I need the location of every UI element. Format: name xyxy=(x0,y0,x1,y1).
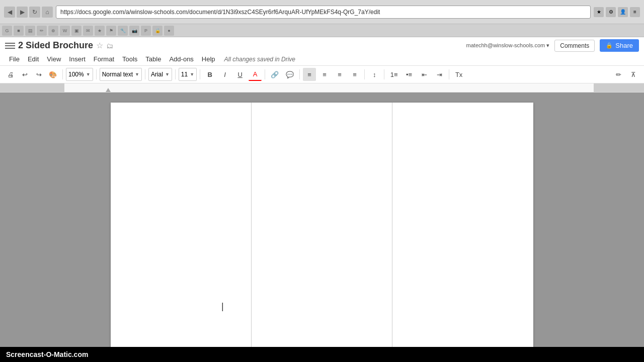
star-icon[interactable]: ☆ xyxy=(96,41,103,50)
comments-button[interactable]: Comments xyxy=(554,40,595,52)
toolbar-file-group: 🖨 ↩ ↪ 🎨 xyxy=(4,68,59,81)
ext-icon-2: ■ xyxy=(14,26,24,36)
menu-file[interactable]: File xyxy=(5,54,24,64)
doc-area[interactable]: | xyxy=(0,93,644,362)
text-cursor: | xyxy=(221,301,224,312)
brochure-col-3[interactable] xyxy=(392,103,533,352)
title-right: matechh@winslow-schools.com ▾ Comments 🔒… xyxy=(466,39,639,52)
user-email[interactable]: matechh@winslow-schools.com ▾ xyxy=(466,42,550,49)
zoom-value: 100% xyxy=(68,71,84,78)
align-left-button[interactable]: ≡ xyxy=(303,68,316,81)
ext-icon-6: W xyxy=(60,26,70,36)
font-arrow: ▼ xyxy=(165,72,170,77)
style-select[interactable]: Normal text ▼ xyxy=(100,68,142,81)
paper: | xyxy=(111,103,533,352)
screencast-bar: Screencast-O-Matic.com xyxy=(0,347,644,362)
menu-bar: File Edit View Insert Format Tools Table… xyxy=(5,53,639,65)
browser-bar: ◀ ▶ ↻ ⌂ https://docs.google.com/a/winslo… xyxy=(0,0,644,24)
paint-format-button[interactable]: 🎨 xyxy=(46,68,59,81)
ext-icon-1: G xyxy=(2,26,12,36)
ext-icon-15: ● xyxy=(164,26,174,36)
brochure-col-1[interactable] xyxy=(111,103,252,352)
align-center-button[interactable]: ≡ xyxy=(318,68,331,81)
toolbar-sep-6 xyxy=(265,69,265,79)
bold-button[interactable]: B xyxy=(203,68,216,81)
font-select[interactable]: Arial ▼ xyxy=(148,68,172,81)
share-label: Share xyxy=(615,42,633,49)
gdocs-container: 2 Sided Brochure ☆ 🗂 matechh@winslow-sch… xyxy=(0,37,644,362)
extensions-icon[interactable]: ⚙ xyxy=(606,7,616,17)
home-button[interactable]: ⌂ xyxy=(42,7,53,18)
ext-icon-11: 🔧 xyxy=(118,26,128,36)
edit-mode-button[interactable]: ✏ xyxy=(612,68,625,81)
toolbar-sep-9 xyxy=(384,69,384,79)
size-arrow: ▼ xyxy=(190,72,194,77)
menu-table[interactable]: Table xyxy=(141,54,165,64)
ext-icon-3: ▤ xyxy=(25,26,35,36)
menu-edit[interactable]: Edit xyxy=(24,54,43,64)
folder-icon[interactable]: 🗂 xyxy=(106,42,113,50)
clear-formatting-button[interactable]: Tx xyxy=(452,68,465,81)
screencast-text: Screencast-O-Matic.com xyxy=(6,350,88,358)
lock-icon: 🔒 xyxy=(606,42,613,49)
share-button[interactable]: 🔒 Share xyxy=(600,39,639,52)
italic-button[interactable]: I xyxy=(218,68,231,81)
ext-icon-4: ✏ xyxy=(37,26,47,36)
menu-tools[interactable]: Tools xyxy=(118,54,141,64)
line-spacing-button[interactable]: ↕ xyxy=(368,68,381,81)
style-value: Normal text xyxy=(102,71,133,78)
address-bar[interactable]: https://docs.google.com/a/winslow-school… xyxy=(56,6,591,19)
zoom-arrow: ▼ xyxy=(86,72,91,77)
user-icon[interactable]: 👤 xyxy=(618,7,628,17)
toolbar-sep-7 xyxy=(299,69,300,79)
title-left: 2 Sided Brochure ☆ 🗂 xyxy=(5,40,113,51)
forward-button[interactable]: ▶ xyxy=(17,7,28,18)
nav-buttons: ◀ ▶ ↻ ⌂ xyxy=(4,7,53,18)
brochure-grid xyxy=(111,103,533,352)
text-color-button[interactable]: A xyxy=(249,68,262,81)
zoom-select[interactable]: 100% ▼ xyxy=(66,68,93,81)
menu-addons[interactable]: Add-ons xyxy=(165,54,197,64)
menu-help[interactable]: Help xyxy=(198,54,219,64)
collapse-button[interactable]: ⊼ xyxy=(627,68,640,81)
print-button[interactable]: 🖨 xyxy=(4,68,17,81)
menu-view[interactable]: View xyxy=(43,54,65,64)
back-button[interactable]: ◀ xyxy=(4,7,15,18)
ext-icon-9: ★ xyxy=(95,26,105,36)
browser-actions: ★ ⚙ 👤 ≡ xyxy=(594,7,640,17)
ext-icon-5: ⊕ xyxy=(48,26,58,36)
bulleted-list-button[interactable]: •≡ xyxy=(403,68,416,81)
size-select[interactable]: 11 ▼ xyxy=(179,68,197,81)
comment-button[interactable]: 💬 xyxy=(283,68,296,81)
menu-insert[interactable]: Insert xyxy=(65,54,90,64)
numbered-list-button[interactable]: 1≡ xyxy=(387,68,400,81)
ruler-tab[interactable] xyxy=(106,88,111,92)
redo-button[interactable]: ↪ xyxy=(32,68,45,81)
link-button[interactable]: 🔗 xyxy=(268,68,281,81)
align-justify-button[interactable]: ≡ xyxy=(348,68,361,81)
decrease-indent-button[interactable]: ⇤ xyxy=(418,68,431,81)
gdocs-header: 2 Sided Brochure ☆ 🗂 matechh@winslow-sch… xyxy=(0,37,644,66)
menu-icon[interactable]: ≡ xyxy=(630,7,640,17)
menu-format[interactable]: Format xyxy=(90,54,118,64)
save-status: All changes saved in Drive xyxy=(224,56,295,63)
font-value: Arial xyxy=(151,71,163,78)
reload-button[interactable]: ↻ xyxy=(29,7,40,18)
increase-indent-button[interactable]: ⇥ xyxy=(433,68,446,81)
toolbar-sep-8 xyxy=(364,69,365,79)
ext-icon-10: ⚑ xyxy=(106,26,116,36)
brochure-col-2[interactable] xyxy=(252,103,392,352)
hamburger-menu[interactable] xyxy=(5,41,15,51)
star-bookmark-icon[interactable]: ★ xyxy=(594,7,604,17)
align-right-button[interactable]: ≡ xyxy=(333,68,346,81)
underline-button[interactable]: U xyxy=(233,68,247,81)
toolbar-sep-10 xyxy=(449,69,449,79)
extension-bar: G ■ ▤ ✏ ⊕ W ▣ ✉ ★ ⚑ 🔧 📷 P 🔒 ● xyxy=(0,24,644,37)
size-value: 11 xyxy=(181,71,188,78)
ext-icon-13: P xyxy=(141,26,151,36)
undo-button[interactable]: ↩ xyxy=(18,68,31,81)
toolbar-sep-5 xyxy=(200,69,200,79)
doc-title: 2 Sided Brochure xyxy=(18,40,93,51)
ext-icon-8: ✉ xyxy=(83,26,93,36)
ext-icon-7: ▣ xyxy=(71,26,82,36)
